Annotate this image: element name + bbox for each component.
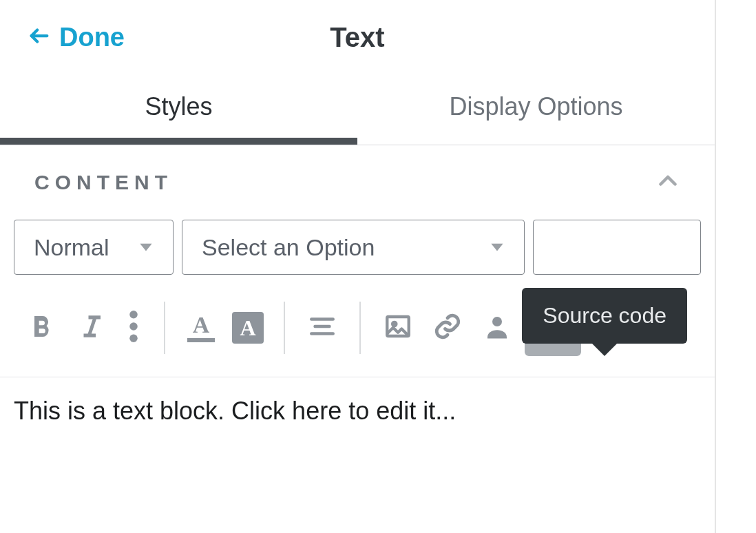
svg-point-5	[129, 335, 138, 343]
dropdown-row: Normal Select an Option	[0, 220, 715, 279]
chevron-up-icon	[655, 169, 680, 196]
svg-point-10	[392, 322, 396, 326]
toolbar-divider	[284, 302, 285, 354]
option-select-value: Select an Option	[202, 234, 375, 261]
align-button[interactable]	[300, 302, 344, 354]
svg-marker-2	[491, 243, 503, 251]
svg-marker-1	[140, 243, 151, 251]
svg-point-3	[129, 311, 138, 319]
italic-button[interactable]	[69, 302, 113, 354]
tab-display-options[interactable]: Display Options	[357, 74, 715, 145]
content-section-label: CONTENT	[34, 171, 173, 194]
more-vertical-icon	[129, 311, 138, 345]
toolbar-divider	[359, 302, 361, 354]
bold-button[interactable]	[19, 302, 63, 354]
caret-down-icon	[488, 234, 506, 261]
text-color-icon: A	[187, 313, 215, 342]
insert-image-button[interactable]	[376, 302, 420, 354]
arrow-left-icon	[28, 24, 51, 50]
background-color-icon: A	[232, 312, 264, 344]
text-color-button[interactable]: A	[180, 302, 222, 354]
background-color-button[interactable]: A	[227, 302, 269, 354]
link-icon	[433, 312, 462, 344]
more-formatting-button[interactable]	[118, 302, 149, 354]
insert-person-button[interactable]	[475, 302, 519, 354]
text-editor-area[interactable]: This is a text block. Click here to edit…	[0, 377, 715, 460]
editor-text: This is a text block. Click here to edit…	[14, 397, 456, 425]
paragraph-style-select[interactable]: Normal	[14, 220, 174, 275]
italic-icon	[76, 312, 105, 344]
person-icon	[483, 312, 512, 344]
tab-bar: Styles Display Options	[0, 74, 715, 145]
toolbar-divider	[164, 302, 165, 354]
text-block-editor-panel: Done Text Styles Display Options CONTENT…	[0, 0, 716, 533]
done-button[interactable]: Done	[28, 23, 125, 52]
tooltip-source-code: Source code	[522, 288, 687, 344]
insert-link-button[interactable]	[426, 302, 470, 354]
align-center-icon	[308, 312, 337, 344]
option-select[interactable]: Select an Option	[182, 220, 525, 275]
panel-header: Done Text	[0, 0, 715, 74]
tab-styles[interactable]: Styles	[0, 74, 357, 145]
content-section-header[interactable]: CONTENT	[0, 145, 715, 220]
paragraph-style-value: Normal	[34, 234, 109, 261]
caret-down-icon	[137, 234, 155, 261]
extra-select[interactable]	[533, 220, 701, 275]
svg-point-11	[492, 317, 502, 326]
svg-point-4	[129, 322, 138, 331]
done-label: Done	[59, 23, 125, 52]
bold-icon	[28, 313, 55, 343]
image-icon	[384, 312, 412, 344]
